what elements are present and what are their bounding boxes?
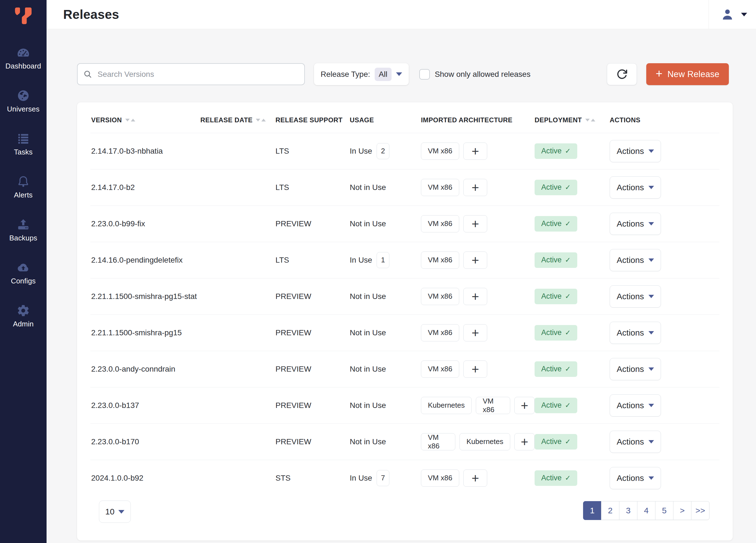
actions-label: Actions bbox=[617, 146, 644, 156]
sidebar-item-tasks[interactable]: Tasks bbox=[0, 132, 47, 175]
chevron-down-icon bbox=[648, 331, 654, 335]
column-label: RELEASE DATE bbox=[200, 116, 252, 124]
page-button-2[interactable]: 2 bbox=[601, 501, 619, 520]
actions-button[interactable]: Actions bbox=[610, 286, 661, 308]
add-architecture-button[interactable]: + bbox=[463, 179, 487, 196]
sort-desc-icon bbox=[125, 119, 130, 121]
deployment-cell: Active✓ bbox=[535, 398, 610, 413]
sidebar-item-configs[interactable]: Configs bbox=[0, 261, 47, 304]
yugabyte-logo[interactable] bbox=[14, 7, 32, 24]
deployment-cell: Active✓ bbox=[535, 180, 610, 195]
architecture-chip: VM x86 bbox=[421, 215, 459, 232]
page-button-5[interactable]: 5 bbox=[655, 501, 673, 520]
page-button-1[interactable]: 1 bbox=[583, 501, 601, 520]
add-architecture-button[interactable]: + bbox=[463, 251, 487, 269]
architecture-cell: VM x86+ bbox=[421, 179, 535, 196]
actions-label: Actions bbox=[617, 292, 644, 301]
show-allowed-checkbox[interactable] bbox=[419, 69, 430, 80]
sort-asc-icon bbox=[131, 119, 135, 121]
last-page-button[interactable]: >> bbox=[691, 501, 709, 520]
usage-label: Not in Use bbox=[350, 183, 386, 192]
version-cell: 2.23.0.0-andy-conndrain bbox=[91, 365, 200, 374]
release-type-filter[interactable]: Release Type: All bbox=[314, 63, 409, 85]
column-header-version[interactable]: VERSION bbox=[91, 116, 200, 124]
add-architecture-button[interactable]: + bbox=[514, 397, 535, 414]
user-menu-button[interactable] bbox=[709, 0, 756, 29]
column-header-release-support: RELEASE SUPPORT bbox=[275, 116, 350, 124]
refresh-button[interactable] bbox=[607, 63, 637, 85]
check-icon: ✓ bbox=[565, 256, 571, 264]
chevron-down-icon bbox=[648, 149, 654, 153]
actions-button[interactable]: Actions bbox=[610, 322, 661, 344]
next-page-button[interactable]: > bbox=[673, 501, 691, 520]
actions-cell: Actions bbox=[610, 322, 719, 344]
actions-button[interactable]: Actions bbox=[610, 431, 661, 453]
pagination: 12345>>> bbox=[583, 501, 709, 520]
version-cell: 2.14.17.0-b2 bbox=[91, 183, 200, 192]
deployment-status-badge: Active✓ bbox=[535, 361, 577, 377]
deployment-status-badge: Active✓ bbox=[535, 216, 577, 231]
show-allowed-label: Show only allowed releases bbox=[435, 70, 531, 79]
page-size-select[interactable]: 10 bbox=[99, 501, 131, 523]
user-icon bbox=[721, 8, 734, 21]
table-row: 2.23.0.0-andy-conndrainPREVIEWNot in Use… bbox=[77, 351, 733, 387]
sidebar-item-universes[interactable]: Universes bbox=[0, 89, 47, 132]
sort-asc-icon bbox=[591, 119, 595, 121]
deployment-cell: Active✓ bbox=[535, 325, 610, 341]
actions-button[interactable]: Actions bbox=[610, 140, 661, 162]
actions-cell: Actions bbox=[610, 358, 719, 380]
page-button-3[interactable]: 3 bbox=[619, 501, 637, 520]
chevron-down-icon bbox=[648, 222, 654, 225]
release-support-cell: PREVIEW bbox=[275, 328, 350, 337]
deployment-status-badge: Active✓ bbox=[535, 398, 577, 413]
search-input[interactable] bbox=[77, 63, 305, 85]
version-cell: 2.23.0.0-b99-fix bbox=[91, 219, 200, 228]
refresh-icon bbox=[616, 68, 628, 80]
deployment-cell: Active✓ bbox=[535, 216, 610, 231]
actions-label: Actions bbox=[617, 401, 644, 410]
check-icon: ✓ bbox=[565, 401, 571, 409]
add-architecture-button[interactable]: + bbox=[463, 361, 487, 378]
actions-button[interactable]: Actions bbox=[610, 358, 661, 380]
add-architecture-button[interactable]: + bbox=[463, 142, 487, 160]
actions-button[interactable]: Actions bbox=[610, 176, 661, 198]
actions-button[interactable]: Actions bbox=[610, 213, 661, 235]
sidebar-item-admin[interactable]: Admin bbox=[0, 304, 47, 347]
sidebar-item-label: Configs bbox=[11, 277, 36, 286]
deployment-status-label: Active bbox=[541, 401, 562, 410]
add-architecture-button[interactable]: + bbox=[463, 324, 487, 342]
column-header-release-date[interactable]: RELEASE DATE bbox=[200, 116, 275, 124]
sidebar-item-dashboard[interactable]: Dashboard bbox=[0, 46, 47, 89]
usage-cell: Not in Use bbox=[350, 219, 421, 228]
sidebar-item-label: Alerts bbox=[14, 191, 33, 199]
architecture-cell: VM x86+ bbox=[421, 215, 535, 232]
release-support-cell: PREVIEW bbox=[275, 365, 350, 374]
usage-label: In Use bbox=[350, 256, 372, 264]
new-release-button[interactable]: + New Release bbox=[646, 63, 729, 85]
actions-button[interactable]: Actions bbox=[610, 467, 661, 489]
version-cell: 2.23.0.0-b170 bbox=[91, 437, 200, 446]
sidebar-item-label: Dashboard bbox=[6, 62, 41, 70]
page-button-4[interactable]: 4 bbox=[637, 501, 655, 520]
search-icon bbox=[83, 70, 93, 79]
globe-icon bbox=[17, 89, 30, 102]
sidebar-item-backups[interactable]: Backups bbox=[0, 218, 47, 261]
add-architecture-button[interactable]: + bbox=[514, 433, 535, 450]
deployment-cell: Active✓ bbox=[535, 289, 610, 304]
version-cell: 2.14.16.0-pendingdeletefix bbox=[91, 256, 200, 264]
actions-button[interactable]: Actions bbox=[610, 249, 661, 271]
column-header-deployment[interactable]: DEPLOYMENT bbox=[535, 116, 610, 124]
sort-icons bbox=[256, 119, 266, 121]
actions-cell: Actions bbox=[610, 249, 719, 271]
table-header-row: VERSIONRELEASE DATERELEASE SUPPORTUSAGEI… bbox=[77, 102, 733, 133]
add-architecture-button[interactable]: + bbox=[463, 215, 487, 232]
deployment-status-badge: Active✓ bbox=[535, 434, 577, 450]
deployment-status-label: Active bbox=[541, 365, 562, 373]
sidebar-item-alerts[interactable]: Alerts bbox=[0, 175, 47, 218]
architecture-chip: VM x86 bbox=[476, 397, 510, 414]
add-architecture-button[interactable]: + bbox=[463, 470, 487, 487]
main-content: Release Type: All Show only allowed rele… bbox=[47, 29, 756, 543]
plus-icon: + bbox=[656, 68, 663, 80]
actions-button[interactable]: Actions bbox=[610, 394, 661, 417]
add-architecture-button[interactable]: + bbox=[463, 288, 487, 305]
